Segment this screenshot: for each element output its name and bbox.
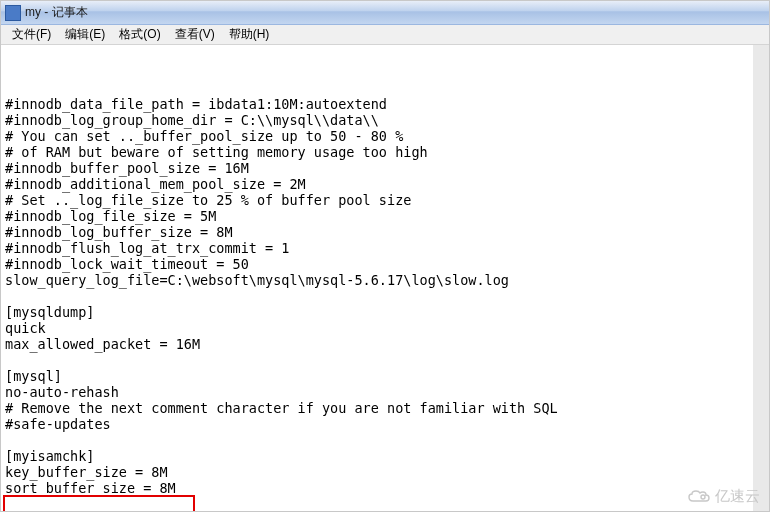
menu-format[interactable]: 格式(O) [112, 24, 167, 45]
text-line: #safe-updates [5, 416, 749, 432]
menu-view[interactable]: 查看(V) [168, 24, 222, 45]
text-line: #innodb_lock_wait_timeout = 50 [5, 256, 749, 272]
text-line: # Set .._log_file_size to 25 % of buffer… [5, 192, 749, 208]
text-line: [mysqldump] [5, 304, 749, 320]
text-line: sort_buffer_size = 8M [5, 480, 749, 496]
watermark: 亿速云 [687, 487, 760, 506]
menu-help[interactable]: 帮助(H) [222, 24, 277, 45]
menu-file[interactable]: 文件(F) [5, 24, 58, 45]
text-line: max_allowed_packet = 16M [5, 336, 749, 352]
text-line [5, 496, 749, 511]
text-line: no-auto-rehash [5, 384, 749, 400]
title-bar[interactable]: my - 记事本 [1, 1, 769, 25]
menu-edit[interactable]: 编辑(E) [58, 24, 112, 45]
text-line: #innodb_log_file_size = 5M [5, 208, 749, 224]
text-line: slow_query_log_file=C:\websoft\mysql\mys… [5, 272, 749, 288]
text-line: #innodb_log_buffer_size = 8M [5, 224, 749, 240]
text-line: #innodb_additional_mem_pool_size = 2M [5, 176, 749, 192]
menu-bar: 文件(F) 编辑(E) 格式(O) 查看(V) 帮助(H) [1, 25, 769, 45]
text-line: [myisamchk] [5, 448, 749, 464]
notepad-icon [5, 5, 21, 21]
text-line: #innodb_data_file_path = ibdata1:10M:aut… [5, 96, 749, 112]
text-line [5, 288, 749, 304]
text-editor[interactable]: #innodb_data_file_path = ibdata1:10M:aut… [1, 45, 769, 511]
notepad-window: my - 记事本 文件(F) 编辑(E) 格式(O) 查看(V) 帮助(H) #… [0, 0, 770, 512]
text-line [5, 432, 749, 448]
text-line: #innodb_log_group_home_dir = C:\\mysql\\… [5, 112, 749, 128]
text-line: # You can set .._buffer_pool_size up to … [5, 128, 749, 144]
text-line: # of RAM but beware of setting memory us… [5, 144, 749, 160]
cloud-icon [687, 489, 711, 505]
title-text: my - 记事本 [25, 4, 88, 21]
text-line: # Remove the next comment character if y… [5, 400, 749, 416]
text-line: #innodb_flush_log_at_trx_commit = 1 [5, 240, 749, 256]
text-line [5, 352, 749, 368]
text-line: key_buffer_size = 8M [5, 464, 749, 480]
text-line: [mysql] [5, 368, 749, 384]
watermark-text: 亿速云 [715, 487, 760, 506]
text-line: #innodb_buffer_pool_size = 16M [5, 160, 749, 176]
text-line: quick [5, 320, 749, 336]
